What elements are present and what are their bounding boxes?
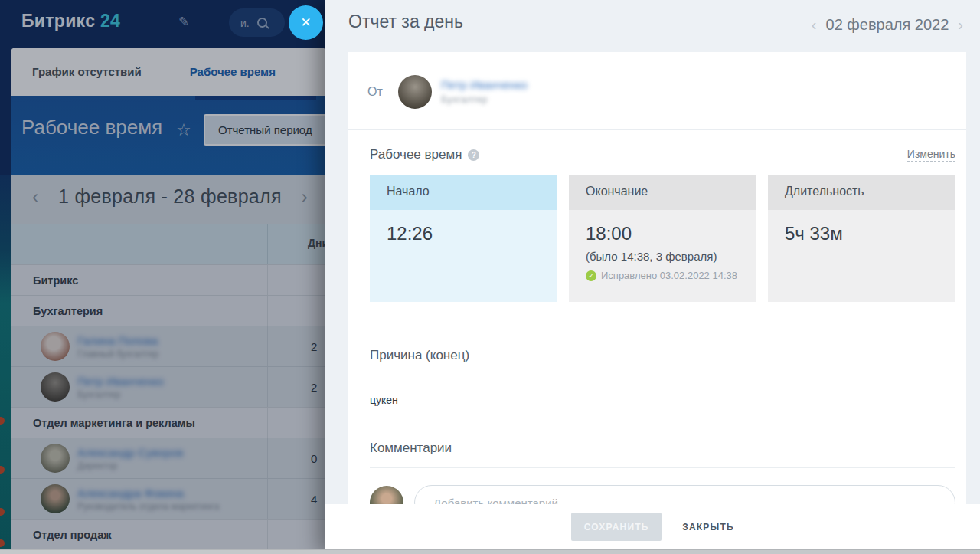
chevron-left-icon[interactable]: ‹ <box>812 16 817 34</box>
fixed-note: Исправлено 03.02.2022 14:38 <box>601 270 737 281</box>
chevron-right-icon[interactable]: › <box>958 16 963 34</box>
start-time-card: Начало 12:26 <box>370 175 557 302</box>
duration-card-header: Длительность <box>768 175 956 210</box>
duration-card: Длительность 5ч 33м <box>768 175 956 302</box>
avatar <box>370 486 403 504</box>
from-user-link[interactable]: Петр Иванченко <box>441 78 528 91</box>
divider <box>370 375 956 375</box>
report-card: От Петр Иванченко Бухгалтер Кому Галина … <box>348 52 966 504</box>
worktime-section: Рабочее время ? Изменить Начало 12:26 Ок… <box>348 130 966 302</box>
comments-section-title: Комментарии <box>370 441 956 456</box>
from-label: От <box>368 85 387 99</box>
divider <box>370 467 956 468</box>
from-to-row: От Петр Иванченко Бухгалтер Кому Галина … <box>348 52 966 129</box>
horizontal-scrollbar[interactable] <box>0 549 980 554</box>
close-button[interactable]: ЗАКРЫТЬ <box>682 522 734 533</box>
reason-text: цукен <box>370 394 956 406</box>
reason-section-title: Причина (конец) <box>370 348 956 363</box>
day-date-nav: ‹ 02 февраля 2022 › <box>812 16 963 34</box>
duration-value: 5ч 33м <box>785 223 942 244</box>
close-icon: ✕ <box>300 15 311 31</box>
check-icon: ✓ <box>586 270 596 281</box>
reason-section: Причина (конец) цукен <box>348 348 966 406</box>
end-time-previous-note: (было 14:38, 3 февраля) <box>586 250 743 263</box>
from-user-title: Бухгалтер <box>441 93 528 105</box>
panel-footer: СОХРАНИТЬ ЗАКРЫТЬ <box>325 504 980 549</box>
screen: Битрикс 24 ✎ и. График отсутствий Рабоче… <box>0 0 980 554</box>
worktime-section-title: Рабочее время <box>370 147 462 162</box>
help-icon[interactable]: ? <box>468 149 479 161</box>
start-card-header: Начало <box>370 175 557 210</box>
to-block: Кому Галина Попова Главный бухгалтер <box>667 66 966 117</box>
comments-section: Комментарии <box>348 441 966 504</box>
edit-link[interactable]: Изменить <box>907 148 956 162</box>
end-time-value: 18:00 <box>586 223 743 244</box>
save-button[interactable]: СОХРАНИТЬ <box>571 513 662 541</box>
day-date-label: 02 февраля 2022 <box>826 16 949 34</box>
from-block: От Петр Иванченко Бухгалтер <box>368 66 667 117</box>
end-time-card: Окончание 18:00 (было 14:38, 3 февраля) … <box>569 175 756 302</box>
day-report-panel: ✕ Отчет за день ‹ 02 февраля 2022 › От П… <box>325 0 980 554</box>
start-time-value: 12:26 <box>387 223 544 244</box>
avatar[interactable] <box>398 75 432 109</box>
add-comment-input[interactable] <box>414 485 956 504</box>
panel-title: Отчет за день <box>348 11 463 32</box>
end-card-header: Окончание <box>569 175 756 210</box>
close-panel-button[interactable]: ✕ <box>289 5 323 40</box>
dim-overlay <box>0 0 326 554</box>
